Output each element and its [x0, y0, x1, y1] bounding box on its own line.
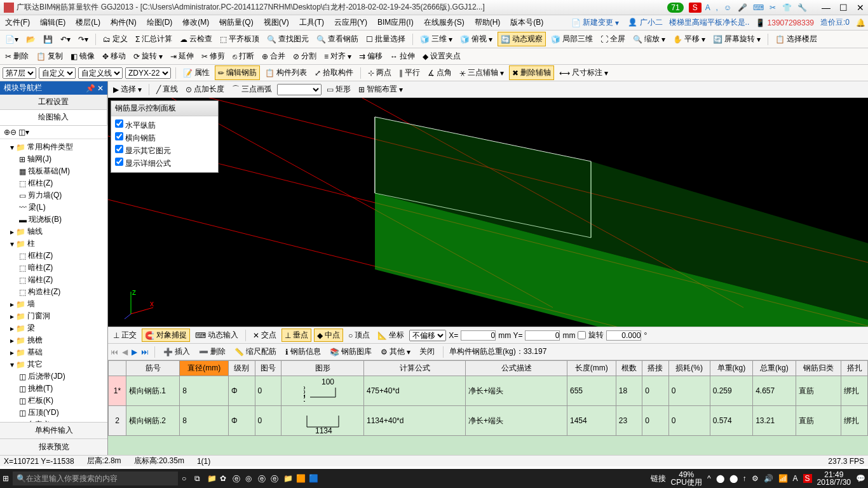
arc-select[interactable] — [277, 84, 322, 95]
rebar-display-panel[interactable]: 钢筋显示控制面板 水平纵筋 横向钢筋 显示其它图元 显示详细公式 — [111, 100, 219, 173]
rebar-grid[interactable]: 筋号直径(mm) 级别图号图形 计算公式公式描述 长度(mm)根数搭接 损耗(%… — [108, 360, 868, 455]
extend-button[interactable]: ⇥ 延伸 — [168, 50, 196, 63]
menu-version[interactable]: 版本号(B) — [508, 16, 546, 29]
tray-s[interactable]: S — [803, 474, 812, 483]
tray-i3[interactable]: ↑ — [743, 474, 747, 483]
offset-button[interactable]: ⇉ 偏移 — [356, 50, 385, 63]
obj-snap-button[interactable]: 🧲 对象捕捉 — [142, 329, 190, 342]
mirror-button[interactable]: ◧ 镜像 — [68, 50, 97, 63]
table-row[interactable]: 2 横向钢筋.28Φ0 1134758 1134+40*d净长+端头1454 2… — [109, 406, 868, 436]
insert-row-button[interactable]: ➕ 插入 — [161, 345, 193, 358]
other-button[interactable]: ⚙ 其他▾ — [378, 345, 413, 358]
tray-notif[interactable]: 💬 — [856, 474, 865, 483]
split-button[interactable]: ⊘ 分割 — [290, 50, 319, 63]
taskbar-search[interactable]: 🔍 在这里输入你要搜索的内容 — [13, 471, 178, 485]
menu-floor[interactable]: 楼层(L) — [73, 16, 103, 29]
menu-edit[interactable]: 编辑(E) — [37, 16, 68, 29]
tray-net[interactable]: 📶 — [778, 474, 788, 483]
component-tree[interactable]: ▾📁常用构件类型 ⊞ 轴网(J) ▦ 筏板基础(M) ⬚ 框柱(Z) ▭ 剪力墙… — [0, 139, 107, 422]
flat-button[interactable]: ⬚ 平齐板顶 — [217, 32, 262, 46]
view-rebar-button[interactable]: 🔍 查看钢筋 — [314, 32, 361, 46]
code-select[interactable]: ZDYX-22 — [125, 67, 171, 79]
phone-label[interactable]: 📱 13907298339 — [756, 18, 814, 27]
setpoint-button[interactable]: ◆ 设置夹点 — [420, 50, 463, 63]
tray-a[interactable]: A — [793, 474, 798, 483]
tray-vol[interactable]: 🔊 — [764, 474, 773, 483]
menu-help[interactable]: 帮助(H) — [472, 16, 503, 29]
cloud-check-button[interactable]: ☁ 云检查 — [177, 32, 215, 46]
arc3-button[interactable]: ⌒ 三点画弧 — [229, 83, 275, 96]
menu-rebar[interactable]: 钢筋量(Q) — [217, 16, 255, 29]
line-button[interactable]: ╱ 直线 — [154, 83, 180, 96]
3d-viewport[interactable]: 钢筋显示控制面板 水平纵筋 横向钢筋 显示其它图元 显示详细公式 zx — [108, 98, 868, 327]
menu-cloud[interactable]: 云应用(Y) — [332, 16, 370, 29]
ime-indicator[interactable]: S — [689, 3, 702, 13]
add-length-button[interactable]: ⊙ 点加长度 — [183, 83, 227, 96]
app2-icon[interactable]: ✿ — [220, 474, 229, 483]
menu-service[interactable]: 在线服务(S) — [421, 16, 467, 29]
smart-layout-button[interactable]: ⊞ 智能布置▾ — [356, 83, 405, 96]
rect-button[interactable]: ▭ 矩形 — [324, 83, 353, 96]
merge-button[interactable]: ⊕ 合并 — [259, 50, 288, 63]
close-button[interactable]: ✕ — [857, 3, 864, 13]
perp-button[interactable]: ⊥ 垂点 — [281, 329, 311, 342]
tray-up-icon[interactable]: ^ — [707, 474, 711, 483]
undo-icon[interactable]: ↶▾ — [58, 34, 73, 45]
cortana-icon[interactable]: ○ — [182, 474, 191, 483]
custom-select[interactable]: 自定义 — [39, 67, 76, 79]
vertex-button[interactable]: ○ 顶点 — [346, 329, 372, 342]
chk-other[interactable] — [115, 145, 123, 153]
beans-label[interactable]: 造价豆:0 — [820, 17, 850, 28]
menu-bim[interactable]: BIM应用(I) — [375, 16, 416, 29]
delete-row-button[interactable]: ➖ 删除 — [196, 345, 228, 358]
ime-icons[interactable]: A , ☺ 🎤 ⌨ ✂ 👕 🔧 — [705, 3, 809, 12]
parallel-button[interactable]: ∥ 平行 — [397, 66, 423, 79]
chk-trans[interactable] — [115, 132, 123, 140]
mid-button[interactable]: ◆ 中点 — [314, 329, 343, 342]
chk-horiz[interactable] — [115, 119, 123, 128]
offset-select[interactable]: 不偏移 — [409, 330, 446, 341]
nav-last-icon[interactable]: ⏭ — [141, 348, 149, 356]
app1-icon[interactable]: 📁 — [207, 474, 216, 483]
x-input[interactable] — [461, 330, 496, 341]
chk-detail[interactable] — [115, 158, 123, 166]
ortho-button[interactable]: ⊥ 正交 — [111, 329, 139, 342]
edge-icon[interactable]: ⓔ — [233, 474, 241, 483]
two-point-button[interactable]: ⊹ 两点 — [365, 66, 394, 79]
notif-badge[interactable]: 71 — [667, 3, 683, 13]
report-preview-button[interactable]: 报表预览 — [0, 438, 107, 455]
screen-rotate-button[interactable]: 🔄 屏幕旋转▾ — [710, 32, 763, 46]
app5-icon[interactable]: 🟦 — [309, 474, 318, 483]
line-type-select[interactable]: 自定义线 — [78, 67, 123, 79]
rebar-lib-button[interactable]: 📚 钢筋图库 — [327, 345, 374, 358]
dynamic-view-button[interactable]: 🔄 动态观察 — [498, 32, 546, 46]
batch-button[interactable]: ☐ 批量选择 — [363, 32, 408, 46]
folder-icon[interactable]: 📁 — [283, 474, 292, 483]
pick-button[interactable]: ⤢ 拾取构件 — [312, 66, 356, 79]
menu-view[interactable]: 视图(V) — [261, 16, 292, 29]
new-icon[interactable]: 📄▾ — [3, 34, 21, 45]
move-button[interactable]: ✥ 移动 — [100, 50, 128, 63]
y-input[interactable] — [525, 330, 560, 341]
local3d-button[interactable]: 🧊 局部三维 — [548, 32, 595, 46]
stretch-button[interactable]: ↔ 拉伸 — [388, 50, 417, 63]
coord-button[interactable]: 📐 坐标 — [375, 329, 407, 342]
tab-project[interactable]: 工程设置 — [0, 95, 107, 109]
single-input-button[interactable]: 单构件输入 — [0, 422, 107, 438]
tray-i1[interactable]: ⬤ — [716, 474, 724, 483]
minimize-button[interactable]: — — [822, 3, 831, 13]
component-list-button[interactable]: 📋 构件列表 — [262, 66, 309, 79]
windows-taskbar[interactable]: ⊞ 🔍 在这里输入你要搜索的内容 ○ ⧉ 📁 ✿ ⓔ ◎ ⓔ ⓔ 📁 🟧 🟦 链… — [0, 469, 868, 488]
menu-modify[interactable]: 修改(M) — [180, 16, 212, 29]
app4-icon[interactable]: 🟧 — [296, 474, 305, 483]
align-button[interactable]: ≡ 对齐▾ — [322, 50, 354, 63]
menu-file[interactable]: 文件(F) — [3, 16, 32, 29]
nav-prev-icon[interactable]: ◀ — [122, 348, 128, 356]
scale-rebar-button[interactable]: 📏 缩尺配筋 — [232, 345, 279, 358]
floor-select[interactable]: 第7层 — [3, 67, 36, 79]
define-button[interactable]: 🗂 定义 — [100, 32, 130, 46]
save-icon[interactable]: 💾 — [41, 34, 55, 45]
rebar-info-button[interactable]: ℹ 钢筋信息 — [283, 345, 323, 358]
menu-component[interactable]: 构件(N) — [108, 16, 139, 29]
delete-aux-button[interactable]: ✖ 删除辅轴 — [509, 65, 554, 80]
